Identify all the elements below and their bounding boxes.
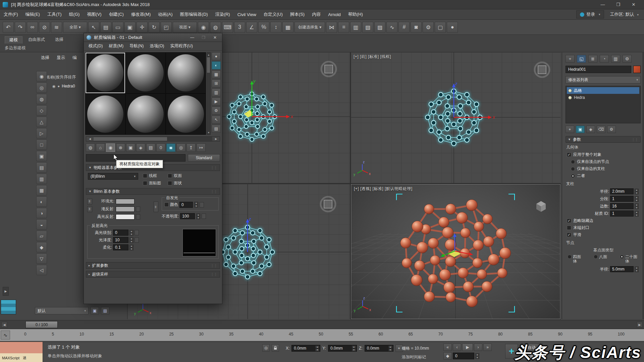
faceted-checkbox[interactable]: 面状 <box>168 180 186 186</box>
radio-icon[interactable] <box>620 255 624 259</box>
go-to-parent-icon[interactable]: ↥ <box>186 143 196 152</box>
isolate-selection-icon[interactable]: ◎ <box>262 344 270 352</box>
scroll-up-icon[interactable]: ▲ <box>207 53 210 57</box>
checkbox-icon[interactable]: ✓ <box>567 233 571 237</box>
diffuse-map-button[interactable] <box>136 206 140 212</box>
scroll-left-icon[interactable]: ◀ <box>86 137 94 141</box>
track-bar[interactable]: ∿ 05101520253035404550556065707580859095… <box>0 329 644 341</box>
background-icon[interactable]: ▦ <box>212 70 221 78</box>
panel-scrollbar[interactable] <box>642 52 644 319</box>
put-to-library-icon[interactable]: ▤ <box>146 143 155 152</box>
explorer-menu-item[interactable]: 选择 <box>41 55 49 61</box>
show-shaded-in-viewport-icon[interactable]: ◙ <box>166 143 175 152</box>
maximize-button[interactable]: ❒ <box>610 0 626 9</box>
stack-row-hedra[interactable]: Hedra <box>567 94 639 101</box>
scroll-thumb[interactable] <box>207 57 210 73</box>
material-editor-menu[interactable]: 实用程序(U) <box>168 43 196 49</box>
remove-modifier-icon[interactable]: ⌫ <box>597 126 605 133</box>
left-tool-icon-14[interactable]: ◒ <box>36 219 47 230</box>
specular-level-field[interactable]: 0 <box>113 230 128 236</box>
two-sided-checkbox[interactable]: 双面 <box>168 173 186 179</box>
menu-item[interactable]: Civil View <box>234 9 260 19</box>
specular-map-button[interactable] <box>136 214 140 220</box>
left-tool-icon-6[interactable]: ▷ <box>36 128 47 138</box>
explorer-item-hedra[interactable]: ◉ ● Hedra0 <box>52 84 75 88</box>
render-setup-icon[interactable]: ⚙ <box>423 22 434 33</box>
radio-icon[interactable] <box>571 174 575 178</box>
menu-item[interactable]: 视图(V) <box>83 9 105 19</box>
select-and-link-icon[interactable]: ∞ <box>27 22 38 33</box>
left-tool-icon-9[interactable]: ▤ <box>36 162 47 173</box>
shader-type-dropdown[interactable]: (B)Blinn ▾ <box>88 173 138 180</box>
soften-field[interactable]: 0.1 <box>113 244 128 250</box>
material-editor-window[interactable]: 材质编辑器 - 01 - Default — ❒ ✕ 模式(D)材质(M)导航(… <box>84 33 222 304</box>
options-icon[interactable]: ⚙ <box>212 107 221 115</box>
sample-type-icon[interactable]: ● <box>212 52 221 60</box>
make-preview-icon[interactable]: ▶ <box>212 98 221 106</box>
material-id-channel-icon[interactable]: 0 <box>156 143 165 152</box>
menu-item[interactable]: 工具(T) <box>44 9 65 19</box>
select-and-move-icon[interactable]: ✛ <box>137 22 148 33</box>
unlink-selection-icon[interactable]: ⊘ <box>39 22 50 33</box>
sample-uv-tiling-icon[interactable]: ⊞ <box>212 79 221 87</box>
material-editor-menu[interactable]: 导航(N) <box>127 43 146 49</box>
go-to-start-icon[interactable]: « <box>443 344 452 351</box>
bind-to-spacewarp-icon[interactable]: ≋ <box>51 22 62 33</box>
material-editor-titlebar[interactable]: 材质编辑器 - 01 - Default — ❒ ✕ <box>84 33 222 42</box>
coord-y-field[interactable]: 0.0mm▲▼ <box>328 345 357 352</box>
maxscript-mini-listener[interactable]: MAXScript 迷 <box>0 342 43 362</box>
checkbox-icon[interactable] <box>567 226 571 230</box>
modifier-list-dropdown[interactable]: 修改器列表 ▾ <box>566 76 641 83</box>
menu-item[interactable]: 渲染(R) <box>212 9 234 19</box>
left-tool-icon-2[interactable]: ◎ <box>36 82 47 93</box>
spinner-arrows[interactable]: ▲▼ <box>129 245 133 250</box>
select-and-rotate-icon[interactable]: ↻ <box>149 22 160 33</box>
supersample-rollout-header[interactable]: ▸ 超级采样 ⋮⋮ <box>86 271 220 278</box>
menu-item[interactable]: Arnold <box>324 9 344 19</box>
visibility-bulb-icon[interactable] <box>568 96 572 100</box>
ribbon-tab-modeling[interactable]: 建模 <box>5 36 22 44</box>
coord-z-field[interactable]: 0.0mm▲▼ <box>365 345 393 352</box>
sample-hscrollbar[interactable]: ◀ ▶ <box>86 136 220 141</box>
edit-named-selection-sets-icon[interactable]: ▦ <box>282 22 293 33</box>
left-tool-icon-17[interactable]: ▽ <box>36 253 47 264</box>
select-by-name-icon[interactable]: ▤ <box>100 22 111 33</box>
menu-item[interactable]: 编辑(E) <box>22 9 44 19</box>
checkbox-icon[interactable] <box>143 181 147 185</box>
stack-row-lattice[interactable]: 晶格 <box>567 87 639 94</box>
ignore-hidden-checkbox[interactable]: ✓ 忽略隐藏边 <box>566 217 641 224</box>
menu-item[interactable]: 组(G) <box>65 9 84 19</box>
object-name-field[interactable]: Hedra001 <box>566 66 631 73</box>
spinner-arrows[interactable]: ▲▼ <box>196 214 200 219</box>
lock-chain-icon[interactable]: ∞ <box>154 201 158 212</box>
hierarchy-tab-icon[interactable]: ≣ <box>588 55 597 63</box>
apply-entire-checkbox[interactable]: ✓ 应用于整个对象 <box>566 151 641 158</box>
go-to-end-icon[interactable]: » <box>483 344 492 351</box>
left-tool-icon-15[interactable]: ▱ <box>36 231 47 241</box>
radio-icon[interactable] <box>571 167 575 171</box>
left-tool-icon-12[interactable]: ◐ <box>36 196 47 207</box>
reference-coordinate-dropdown[interactable]: 视图 ▾ <box>173 22 197 33</box>
material-sample-slot[interactable] <box>126 94 165 134</box>
workspace-dropdown[interactable]: 工作区: 默认 ▾ <box>610 11 639 17</box>
material-editor-menu[interactable]: 选项(O) <box>147 43 167 49</box>
menu-item[interactable]: 脚本(S) <box>286 9 308 19</box>
left-tool-icon-1[interactable]: ◉ <box>36 71 47 81</box>
material-type-button[interactable]: Standard <box>188 154 220 162</box>
spinner-arrows[interactable]: ▲▼ <box>635 266 639 272</box>
strut-radius-field[interactable]: 2.0mm <box>610 188 634 194</box>
configure-modifier-sets-icon[interactable]: ⚙ <box>607 126 616 133</box>
select-and-manipulate-icon[interactable]: ◍ <box>210 22 221 33</box>
material-sample-slot[interactable] <box>86 53 125 93</box>
close-icon[interactable]: ✕ <box>211 34 219 41</box>
dock-window-icon[interactable]: ▤ <box>101 307 109 314</box>
params-rollout-header[interactable]: ▼ 参数 ⋮⋮ <box>566 136 641 143</box>
lock-diffuse-icon[interactable]: ∞ <box>87 206 92 212</box>
scroll-right-icon[interactable]: ▶ <box>212 137 220 141</box>
render-production-icon[interactable]: ● <box>447 22 458 33</box>
material-id-field[interactable]: 1 <box>610 210 634 217</box>
left-tool-icon-7[interactable]: □ <box>36 139 47 150</box>
show-end-result-icon[interactable]: ◎ <box>176 143 185 152</box>
glossiness-field[interactable]: 10 <box>113 237 128 243</box>
current-frame-field[interactable]: 0 <box>453 353 474 359</box>
